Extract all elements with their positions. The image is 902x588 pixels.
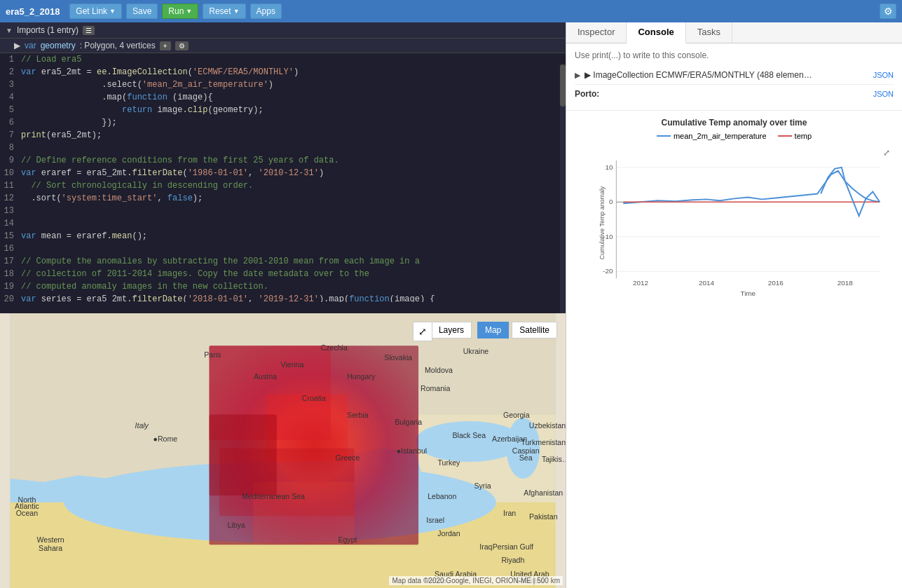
code-line: 20var series = era5_2mt.filterDate('2018…: [0, 293, 566, 302]
svg-text:Moldova: Moldova: [425, 366, 453, 374]
console-area: Use print(...) to write to this console.…: [566, 43, 902, 111]
map-view-button[interactable]: Map: [477, 322, 509, 339]
map-attribution: Map data ©2020 Google, INEGI, ORION-ME |…: [389, 576, 563, 585]
run-button[interactable]: Run ▼: [162, 4, 198, 19]
code-scrollbar[interactable]: [560, 64, 566, 313]
apps-button[interactable]: Apps: [250, 4, 282, 19]
svg-text:Egypt: Egypt: [338, 535, 357, 544]
svg-point-2: [415, 421, 523, 462]
get-link-button[interactable]: Get Link ▼: [69, 4, 122, 19]
save-button[interactable]: Save: [126, 4, 158, 19]
legend-item-mean: mean_2m_air_temperature: [657, 132, 767, 140]
svg-text:Atlantic: Atlantic: [15, 502, 39, 510]
satellite-view-button[interactable]: Satellite: [512, 322, 557, 339]
svg-text:Croatia: Croatia: [302, 394, 326, 402]
code-line: 11 // Sort chronologically in descending…: [0, 179, 566, 192]
geometry-settings-btn[interactable]: ⚙: [175, 41, 189, 50]
legend-label-mean: mean_2m_air_temperature: [674, 132, 767, 140]
console-hint: Use print(...) to write to this console.: [575, 50, 894, 60]
geometry-expand-icon[interactable]: ▶: [14, 41, 20, 50]
geometry-add-btn[interactable]: +: [160, 41, 171, 50]
layers-button[interactable]: Layers: [431, 322, 472, 339]
porto-label: Porto:: [575, 89, 599, 99]
app-title: era5_2_2018: [6, 6, 60, 17]
svg-point-1: [64, 462, 496, 543]
svg-text:Cumulative Temp anomaly: Cumulative Temp anomaly: [599, 186, 606, 259]
svg-text:Iran: Iran: [503, 509, 516, 517]
svg-text:2014: 2014: [699, 279, 714, 287]
panel-tabs: Inspector Console Tasks: [566, 22, 902, 43]
svg-text:Azerbaijan: Azerbaijan: [492, 435, 527, 443]
svg-text:Black Sea: Black Sea: [453, 431, 486, 439]
svg-text:Austria: Austria: [254, 372, 277, 381]
chart-area: Cumulative Temp anomaly over time mean_2…: [566, 111, 902, 588]
imports-label: Imports (1 entry): [17, 25, 78, 35]
svg-text:●Rome: ●Rome: [153, 435, 178, 443]
reset-arrow-icon: ▼: [233, 8, 240, 15]
svg-text:Georgia: Georgia: [503, 411, 530, 419]
svg-text:Tajikis…: Tajikis…: [542, 455, 566, 463]
svg-text:●Istanbul: ●Istanbul: [397, 446, 427, 455]
map-area[interactable]: Paris Czechia Slovakia Ukraine Vienna Mo…: [0, 313, 566, 588]
legend-label-temp: temp: [795, 132, 812, 140]
tab-inspector[interactable]: Inspector: [566, 22, 627, 43]
svg-text:Uzbekistan: Uzbekistan: [529, 421, 566, 430]
porto-json-link[interactable]: JSON: [873, 90, 894, 98]
settings-button[interactable]: ⚙: [880, 4, 896, 19]
svg-rect-8: [253, 482, 354, 543]
code-line: 3 .select('mean_2m_air_temperature'): [0, 78, 566, 91]
svg-rect-9: [210, 414, 277, 495]
legend-line-red: [778, 135, 792, 137]
code-line: 12 .sort('system:time_start', false);: [0, 192, 566, 205]
code-line: 14: [0, 217, 566, 230]
code-line: 15var mean = eraref.mean();: [0, 230, 566, 242]
svg-point-3: [506, 418, 540, 479]
svg-text:Libya: Libya: [227, 521, 245, 529]
code-lines[interactable]: 1// Load era52var era5_2mt = ee.ImageCol…: [0, 53, 566, 302]
code-editor[interactable]: ▼ Imports (1 entry) ☰ ▶ var geometry : P…: [0, 22, 566, 313]
tab-tasks[interactable]: Tasks: [686, 22, 732, 43]
right-panel: Inspector Console Tasks Use print(...) t…: [566, 22, 902, 588]
toolbar: era5_2_2018 Get Link ▼ Save Run ▼ Reset …: [0, 0, 902, 22]
svg-text:-20: -20: [603, 267, 613, 275]
svg-text:Western: Western: [37, 535, 64, 544]
svg-text:2018: 2018: [838, 279, 853, 287]
svg-text:Riyadh: Riyadh: [501, 556, 524, 564]
geometry-bar: ▶ var geometry : Polygon, 4 vertices + ⚙: [0, 39, 566, 53]
get-link-arrow-icon: ▼: [109, 8, 116, 15]
svg-text:Israel: Israel: [426, 516, 444, 524]
svg-text:Hungary: Hungary: [347, 372, 376, 381]
code-line: 10var eraref = era5_2mt.filterDate('1986…: [0, 167, 566, 179]
reset-button[interactable]: Reset ▼: [203, 4, 245, 19]
svg-text:Romania: Romania: [421, 384, 450, 392]
svg-text:Vienna: Vienna: [281, 360, 304, 369]
svg-text:Bulgaria: Bulgaria: [395, 418, 422, 426]
code-line: 8: [0, 142, 566, 154]
code-line: 1// Load era5: [0, 53, 566, 66]
porto-item: Porto: JSON: [575, 85, 894, 103]
code-line: 13: [0, 205, 566, 217]
code-line: 16: [0, 242, 566, 255]
svg-text:Pakistan: Pakistan: [529, 512, 558, 521]
svg-text:Turkmenistan: Turkmenistan: [521, 438, 566, 446]
imports-collapse-icon[interactable]: ▼: [6, 27, 13, 34]
code-line: 17// Compute the anomalies by subtractin…: [0, 255, 566, 268]
svg-text:Sea: Sea: [519, 453, 533, 462]
svg-text:Paris: Paris: [204, 350, 221, 359]
svg-text:Serbia: Serbia: [347, 411, 369, 419]
svg-text:Turkey: Turkey: [437, 458, 460, 467]
chart-legend: mean_2m_air_temperature temp: [575, 132, 894, 140]
image-collection-expand-icon[interactable]: ▶: [575, 71, 580, 80]
svg-text:Italy: Italy: [135, 421, 149, 430]
code-line: 18// collection of 2011-2014 images. Cop…: [0, 268, 566, 280]
svg-text:Lebanon: Lebanon: [428, 492, 456, 500]
svg-text:Iraq: Iraq: [479, 542, 492, 551]
chart-expand-button[interactable]: ⤢: [880, 146, 894, 160]
tab-console[interactable]: Console: [627, 22, 685, 43]
svg-text:Afghanistan: Afghanistan: [524, 488, 563, 497]
image-collection-json-link[interactable]: JSON: [873, 71, 894, 79]
svg-rect-5: [210, 346, 331, 440]
map-expand-button[interactable]: ⤢: [413, 322, 432, 341]
svg-rect-7: [219, 449, 355, 516]
main-layout: ▼ Imports (1 entry) ☰ ▶ var geometry : P…: [0, 22, 902, 588]
